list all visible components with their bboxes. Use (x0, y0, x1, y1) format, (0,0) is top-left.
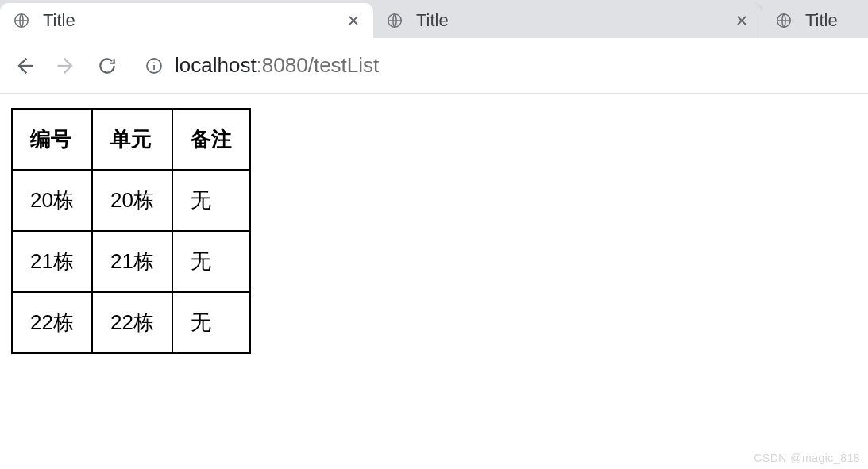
reload-button[interactable] (95, 54, 119, 78)
table-cell: 22栋 (92, 292, 172, 353)
url-text: localhost:8080/testList (175, 53, 379, 78)
table-row: 22栋 22栋 无 (12, 292, 250, 353)
data-table: 编号 单元 备注 20栋 20栋 无 21栋 21栋 无 22栋 22栋 无 (11, 108, 251, 354)
watermark-text: CSDN @magic_818 (754, 452, 860, 464)
table-header-cell: 单元 (92, 109, 172, 170)
browser-tab-inactive[interactable]: Title (762, 3, 868, 38)
globe-icon (386, 12, 403, 29)
url-host: localhost (175, 53, 257, 77)
table-cell: 21栋 (12, 231, 92, 292)
browser-tab-inactive[interactable]: Title (373, 3, 762, 38)
site-info-icon[interactable] (145, 56, 164, 75)
table-header-cell: 备注 (172, 109, 250, 170)
url-port: :8080 (257, 53, 308, 77)
table-cell: 无 (172, 292, 250, 353)
url-path: /testList (308, 53, 380, 77)
address-bar[interactable]: localhost:8080/testList (137, 53, 855, 78)
browser-tab-strip: Title Title (0, 0, 868, 38)
table-cell: 21栋 (92, 231, 172, 292)
table-header-cell: 编号 (12, 109, 92, 170)
tab-title: Title (416, 10, 725, 31)
table-row: 20栋 20栋 无 (12, 170, 250, 231)
table-cell: 无 (172, 231, 250, 292)
forward-button[interactable] (54, 54, 78, 78)
table-header-row: 编号 单元 备注 (12, 109, 250, 170)
browser-tab-active[interactable]: Title (0, 3, 373, 38)
tab-title: Title (43, 10, 337, 31)
table-cell: 无 (172, 170, 250, 231)
globe-icon (775, 12, 793, 29)
svg-point-4 (153, 62, 155, 63)
table-cell: 20栋 (12, 170, 92, 231)
back-button[interactable] (13, 54, 37, 78)
page-content: 编号 单元 备注 20栋 20栋 无 21栋 21栋 无 22栋 22栋 无 (0, 94, 868, 368)
globe-icon (13, 12, 30, 29)
tab-title: Title (805, 10, 855, 31)
table-cell: 20栋 (92, 170, 172, 231)
table-cell: 22栋 (12, 292, 92, 353)
browser-toolbar: localhost:8080/testList (0, 38, 868, 94)
table-row: 21栋 21栋 无 (12, 231, 250, 292)
tab-close-button[interactable] (346, 13, 361, 28)
tab-close-button[interactable] (735, 13, 749, 28)
